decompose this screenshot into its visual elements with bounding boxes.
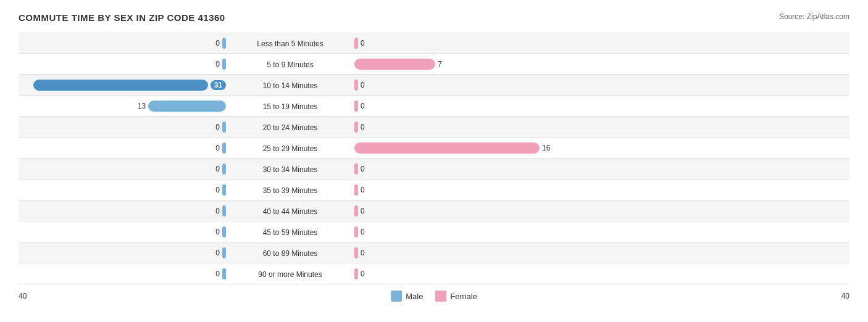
table-row: 0 40 to 44 Minutes 0 bbox=[19, 200, 849, 221]
male-bar bbox=[222, 59, 226, 70]
bar-label: 10 to 14 Minutes bbox=[263, 81, 318, 90]
right-section: 0 bbox=[352, 80, 562, 91]
bar-label-section: 45 to 59 Minutes bbox=[228, 226, 352, 237]
right-section: 0 bbox=[352, 247, 562, 258]
bar-label-section: 5 to 9 Minutes bbox=[228, 59, 352, 70]
female-bar bbox=[354, 59, 435, 70]
bar-label: 90 or more Minutes bbox=[258, 270, 322, 279]
bar-label-section: 20 to 24 Minutes bbox=[228, 122, 352, 133]
table-row: 0 5 to 9 Minutes 7 bbox=[19, 54, 849, 75]
male-value: 13 bbox=[133, 102, 146, 110]
bar-label-section: Less than 5 Minutes bbox=[228, 38, 352, 49]
right-section: 0 bbox=[352, 163, 562, 175]
left-section: 0 bbox=[19, 247, 228, 258]
female-bar bbox=[354, 205, 358, 217]
female-bar bbox=[354, 163, 358, 175]
male-value: 0 bbox=[207, 60, 220, 68]
table-row: 0 60 to 89 Minutes 0 bbox=[19, 242, 849, 263]
left-section: 0 bbox=[19, 122, 228, 133]
table-row: 0 Less than 5 Minutes 0 bbox=[19, 33, 849, 54]
bar-label: 45 to 59 Minutes bbox=[263, 228, 318, 237]
female-value: 16 bbox=[542, 144, 554, 152]
right-section: 0 bbox=[352, 268, 562, 279]
axis-left-label: 40 bbox=[19, 292, 27, 300]
bar-label: 20 to 24 Minutes bbox=[263, 123, 318, 132]
bar-label-section: 90 or more Minutes bbox=[228, 268, 352, 279]
female-bar bbox=[354, 80, 358, 91]
legend-female: Female bbox=[435, 291, 477, 302]
female-bar bbox=[354, 268, 358, 279]
female-value: 7 bbox=[438, 60, 450, 68]
right-section: 7 bbox=[352, 59, 562, 70]
female-bar bbox=[354, 38, 358, 49]
male-value: 0 bbox=[207, 144, 220, 152]
female-value: 0 bbox=[361, 165, 373, 173]
left-section: 0 bbox=[19, 226, 228, 237]
bar-label: 30 to 34 Minutes bbox=[263, 165, 318, 174]
chart-area: 0 Less than 5 Minutes 0 0 5 to 9 Minutes bbox=[19, 33, 849, 284]
legend-male-icon bbox=[391, 291, 402, 302]
axis-right-label: 40 bbox=[841, 292, 849, 300]
bar-label: 35 to 39 Minutes bbox=[263, 186, 318, 195]
male-value: 0 bbox=[207, 123, 220, 131]
right-section: 0 bbox=[352, 184, 562, 196]
left-section: 0 bbox=[19, 142, 228, 154]
bar-label: 40 to 44 Minutes bbox=[263, 207, 318, 216]
left-section: 31 bbox=[19, 80, 228, 91]
female-value: 0 bbox=[361, 270, 373, 278]
table-row: 0 90 or more Minutes 0 bbox=[19, 263, 849, 284]
bar-label-section: 30 to 34 Minutes bbox=[228, 163, 352, 175]
male-bar bbox=[222, 226, 226, 237]
female-bar bbox=[354, 226, 358, 237]
female-value: 0 bbox=[361, 81, 373, 89]
bar-label: 25 to 29 Minutes bbox=[263, 144, 318, 153]
male-bar bbox=[148, 101, 226, 112]
male-bar bbox=[222, 268, 226, 279]
bar-label-section: 25 to 29 Minutes bbox=[228, 142, 352, 154]
male-bar bbox=[222, 38, 226, 49]
female-value: 0 bbox=[361, 228, 373, 236]
male-value: 0 bbox=[207, 39, 220, 47]
female-value: 0 bbox=[361, 102, 373, 110]
female-bar bbox=[354, 184, 358, 196]
bar-label-section: 40 to 44 Minutes bbox=[228, 205, 352, 217]
male-value: 0 bbox=[207, 249, 220, 257]
left-section: 13 bbox=[19, 101, 228, 112]
female-value: 0 bbox=[361, 207, 373, 215]
right-section: 0 bbox=[352, 101, 562, 112]
left-section: 0 bbox=[19, 184, 228, 196]
male-bar bbox=[222, 122, 226, 133]
male-highlighted-value: 31 bbox=[211, 80, 226, 90]
legend-male: Male bbox=[391, 291, 423, 302]
chart-legend: Male Female bbox=[391, 291, 477, 302]
female-bar bbox=[354, 101, 358, 112]
male-value: 0 bbox=[207, 228, 220, 236]
male-bar bbox=[33, 80, 208, 91]
table-row: 0 30 to 34 Minutes 0 bbox=[19, 159, 849, 180]
bar-label-section: 15 to 19 Minutes bbox=[228, 101, 352, 112]
bar-label: 5 to 9 Minutes bbox=[267, 60, 313, 69]
chart-title: COMMUTE TIME BY SEX IN ZIP CODE 41360 bbox=[19, 12, 225, 23]
female-value: 0 bbox=[361, 123, 373, 131]
right-section: 0 bbox=[352, 122, 562, 133]
male-bar bbox=[222, 184, 226, 196]
left-section: 0 bbox=[19, 59, 228, 70]
male-value: 0 bbox=[207, 207, 220, 215]
legend-male-label: Male bbox=[406, 292, 423, 301]
left-section: 0 bbox=[19, 205, 228, 217]
left-section: 0 bbox=[19, 268, 228, 279]
table-row: 0 45 to 59 Minutes 0 bbox=[19, 221, 849, 242]
right-section: 0 bbox=[352, 38, 562, 49]
bar-label-section: 10 to 14 Minutes bbox=[228, 80, 352, 91]
chart-footer: 40 Male Female 40 bbox=[19, 291, 849, 302]
left-section: 0 bbox=[19, 38, 228, 49]
legend-female-label: Female bbox=[450, 292, 477, 301]
right-section: 0 bbox=[352, 205, 562, 217]
female-bar bbox=[354, 247, 358, 258]
female-bar bbox=[354, 142, 540, 154]
bar-label: 60 to 89 Minutes bbox=[263, 249, 318, 258]
bar-label: 15 to 19 Minutes bbox=[263, 102, 318, 111]
male-value: 0 bbox=[207, 186, 220, 194]
female-value: 0 bbox=[361, 249, 373, 257]
bar-label-section: 60 to 89 Minutes bbox=[228, 247, 352, 258]
